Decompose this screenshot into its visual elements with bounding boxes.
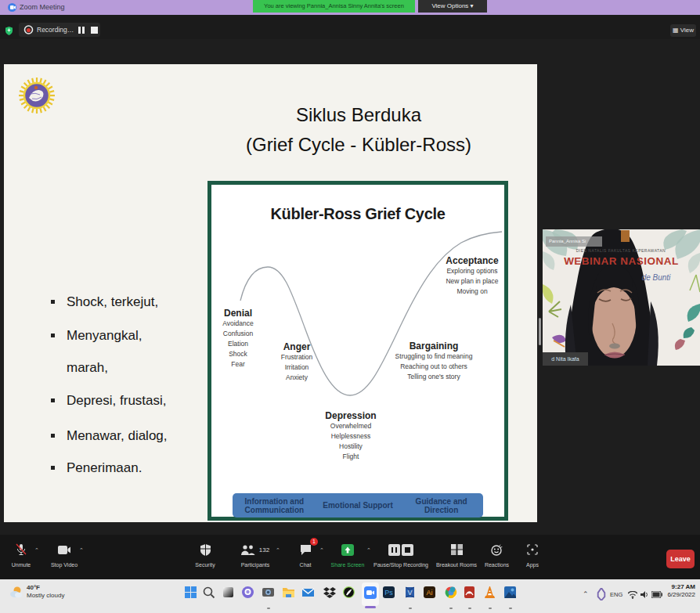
svg-text:V: V xyxy=(407,589,412,597)
svg-text:Ps: Ps xyxy=(384,589,393,597)
svg-text:Ai: Ai xyxy=(426,589,432,597)
